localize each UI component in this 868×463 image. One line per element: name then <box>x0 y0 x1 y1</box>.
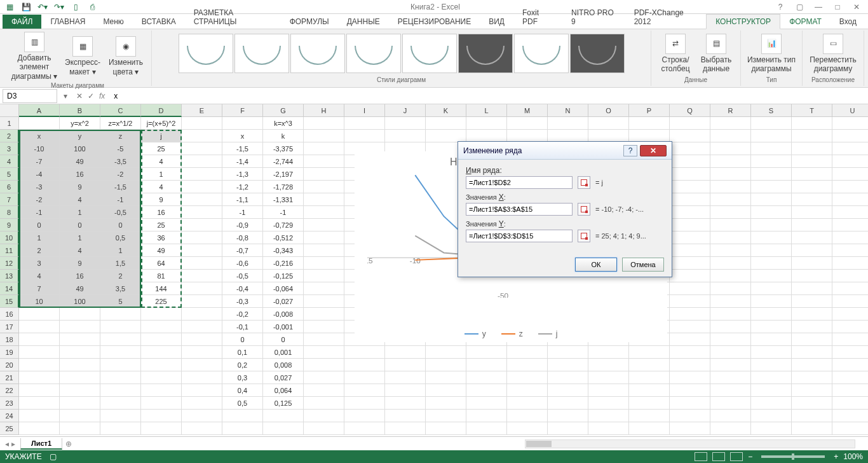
cell[interactable]: -1 <box>19 206 60 219</box>
zoom-slider[interactable] <box>761 455 825 458</box>
cell[interactable] <box>548 384 588 397</box>
cell[interactable] <box>60 422 100 435</box>
tab-formulas[interactable]: ФОРМУЛЫ <box>281 15 338 29</box>
cell[interactable] <box>832 422 868 435</box>
col-header[interactable]: D <box>141 104 182 117</box>
cell[interactable] <box>629 359 670 371</box>
cell[interactable] <box>548 130 588 142</box>
cell[interactable] <box>385 346 426 359</box>
cell[interactable]: -1,728 <box>263 181 304 193</box>
cell[interactable] <box>385 384 426 397</box>
cell[interactable] <box>588 130 629 142</box>
cell[interactable] <box>182 155 222 168</box>
add-chart-element-button[interactable]: ▥Добавить элемент диаграммы ▾ <box>9 32 60 81</box>
cell[interactable] <box>792 371 832 384</box>
tab-nitro[interactable]: NITRO PRO 9 <box>562 6 625 29</box>
cell[interactable]: k=x^3 <box>263 117 304 130</box>
chart-style-gallery[interactable] <box>179 34 625 73</box>
print-icon[interactable]: ⎙ <box>86 1 98 13</box>
cell[interactable] <box>832 295 868 308</box>
cell[interactable] <box>182 410 222 422</box>
cell[interactable]: 49 <box>60 282 100 295</box>
cell[interactable] <box>588 346 629 359</box>
cell[interactable] <box>507 371 548 384</box>
edit-series-dialog[interactable]: Изменение ряда ? ✕ Имя ряда: = j Значени… <box>458 141 672 277</box>
cell[interactable]: -0,216 <box>263 257 304 270</box>
cell[interactable]: -0,001 <box>263 321 304 333</box>
cell[interactable] <box>344 371 385 384</box>
tab-data[interactable]: ДАННЫЕ <box>338 15 389 29</box>
cell[interactable] <box>304 270 344 282</box>
cell[interactable] <box>19 321 60 333</box>
cell[interactable]: 0,4 <box>222 384 263 397</box>
cell[interactable] <box>507 359 548 371</box>
cell[interactable] <box>141 397 182 410</box>
fx-icon[interactable]: fx <box>99 92 105 100</box>
cell[interactable] <box>792 257 832 270</box>
cell[interactable]: 0,5 <box>222 397 263 410</box>
cell[interactable]: -1,2 <box>222 181 263 193</box>
cell[interactable] <box>751 371 792 384</box>
cell[interactable] <box>710 282 751 295</box>
col-header[interactable]: M <box>507 104 548 117</box>
cell[interactable]: 36 <box>141 232 182 244</box>
zoom-level[interactable]: 100% <box>843 452 863 461</box>
row-header[interactable]: 16 <box>0 308 19 321</box>
cell[interactable] <box>182 321 222 333</box>
cell[interactable] <box>100 321 141 333</box>
cell[interactable] <box>832 142 868 155</box>
tab-pagelayout[interactable]: РАЗМЕТКА СТРАНИЦЫ <box>185 6 281 29</box>
cell[interactable] <box>304 130 344 142</box>
cell[interactable] <box>507 384 548 397</box>
cell[interactable] <box>751 270 792 282</box>
cell[interactable] <box>751 321 792 333</box>
cell[interactable] <box>832 333 868 346</box>
cell[interactable]: 2 <box>100 270 141 282</box>
cell[interactable] <box>344 117 385 130</box>
cell[interactable] <box>710 346 751 359</box>
cell[interactable] <box>629 422 670 435</box>
cell[interactable] <box>182 257 222 270</box>
cell[interactable] <box>710 359 751 371</box>
cell[interactable] <box>792 333 832 346</box>
tab-menu[interactable]: Меню <box>94 15 132 29</box>
cell[interactable]: 0,008 <box>263 359 304 371</box>
cell[interactable]: 144 <box>141 282 182 295</box>
cell[interactable] <box>751 282 792 295</box>
quick-layout-button[interactable]: ▦Экспресс-макет ▾ <box>62 36 103 76</box>
cell[interactable]: 0 <box>263 333 304 346</box>
cell[interactable] <box>304 384 344 397</box>
cell[interactable]: 0,3 <box>222 371 263 384</box>
cell[interactable]: z=x^1/2 <box>100 117 141 130</box>
cell[interactable] <box>792 270 832 282</box>
cell[interactable] <box>304 295 344 308</box>
cell[interactable] <box>832 346 868 359</box>
cell[interactable] <box>182 142 222 155</box>
range-picker-icon[interactable] <box>578 176 590 189</box>
cell[interactable] <box>304 206 344 219</box>
cell[interactable] <box>60 321 100 333</box>
col-header[interactable]: E <box>182 104 222 117</box>
col-header[interactable]: L <box>466 104 507 117</box>
cell[interactable]: -1,3 <box>222 168 263 181</box>
col-header[interactable]: H <box>304 104 344 117</box>
cell[interactable] <box>100 308 141 321</box>
tab-foxit[interactable]: Foxit PDF <box>513 6 562 29</box>
cell[interactable] <box>710 308 751 321</box>
cell[interactable]: -1 <box>222 206 263 219</box>
cell[interactable] <box>792 193 832 206</box>
col-header[interactable]: A <box>19 104 60 117</box>
cell[interactable] <box>141 384 182 397</box>
cell[interactable] <box>507 117 548 130</box>
cell[interactable]: 7 <box>19 282 60 295</box>
cell[interactable] <box>751 333 792 346</box>
cell[interactable]: -1,1 <box>222 193 263 206</box>
row-header[interactable]: 12 <box>0 257 19 270</box>
cell[interactable]: k <box>263 130 304 142</box>
cell[interactable] <box>19 422 60 435</box>
cell[interactable]: 0,1 <box>222 346 263 359</box>
cell[interactable] <box>832 232 868 244</box>
cell[interactable]: j=(x+5)^2 <box>141 117 182 130</box>
cell[interactable]: -1,5 <box>222 142 263 155</box>
cell[interactable] <box>832 130 868 142</box>
